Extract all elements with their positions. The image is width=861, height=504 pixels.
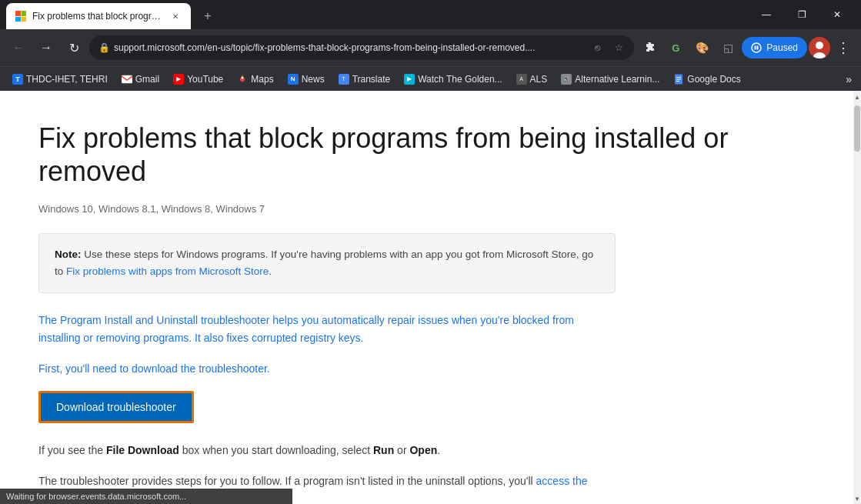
status-text: Waiting for browser.events.data.microsof… xyxy=(6,492,186,501)
paragraph3: If you see the File Download box when yo… xyxy=(38,442,616,460)
svg-rect-6 xyxy=(676,77,681,78)
para3-end: . xyxy=(437,444,440,456)
bookmarks-bar: T THDC-IHET, TEHRI Gmail ▶ YouTube Maps … xyxy=(0,66,861,91)
tab-favicon xyxy=(15,11,26,22)
page-title: Fix problems that block programs from be… xyxy=(38,122,815,188)
scroll-down-button[interactable]: ▼ xyxy=(853,494,861,504)
bookmark-als-label: ALS xyxy=(530,74,548,85)
para2-highlighted: First, you'll need to download the troub… xyxy=(38,362,270,375)
window-controls: — ❐ ✕ xyxy=(749,0,855,29)
paused-button[interactable]: Paused xyxy=(742,37,807,58)
menu-button[interactable]: ⋮ xyxy=(832,36,855,59)
bookmark-youtube-label: YouTube xyxy=(187,74,223,85)
profile-avatar[interactable] xyxy=(809,37,830,58)
share-icon[interactable]: ⎋ xyxy=(588,38,606,57)
paused-label: Paused xyxy=(766,42,798,53)
bookmark-maps-label: Maps xyxy=(251,74,273,85)
page-content: Fix problems that block programs from be… xyxy=(0,91,853,504)
als-favicon: A xyxy=(516,74,527,85)
address-input[interactable] xyxy=(89,35,634,60)
scroll-up-button[interactable]: ▲ xyxy=(853,92,861,102)
bookmark-watch-label: Watch The Golden... xyxy=(418,74,502,85)
para3-bold2: Run xyxy=(373,444,394,456)
bookmark-translate[interactable]: T Translate xyxy=(332,71,397,88)
title-bar: Fix problems that block program... ✕ + —… xyxy=(0,0,861,29)
para3-mid: box when you start downloading, select xyxy=(179,444,373,456)
palette-button[interactable]: 🎨 xyxy=(689,35,714,60)
para1-highlighted: The Program Install and Uninstall troubl… xyxy=(38,314,574,345)
extensions-button[interactable] xyxy=(637,35,662,60)
maximize-button[interactable]: ❐ xyxy=(784,0,819,29)
download-troubleshooter-button[interactable]: Download troubleshooter xyxy=(38,391,194,423)
bookmark-als[interactable]: A ALS xyxy=(510,71,554,88)
bookmark-gmail-label: Gmail xyxy=(135,74,159,85)
close-button[interactable]: ✕ xyxy=(819,0,855,29)
svg-rect-2 xyxy=(757,46,759,50)
svg-point-4 xyxy=(242,76,244,78)
new-tab-button[interactable]: + xyxy=(197,5,219,27)
svg-rect-1 xyxy=(755,46,756,50)
gmail-favicon xyxy=(122,74,132,85)
svg-rect-7 xyxy=(676,78,681,79)
address-bar: ← → ↻ 🔒 ⎋ ☆ G 🎨 ◱ Paused ⋮ xyxy=(0,29,861,66)
para3-bold3: Open xyxy=(409,444,437,456)
watch-favicon: ▶ xyxy=(404,74,415,85)
scroll-thumb[interactable] xyxy=(854,105,860,152)
para3-or: or xyxy=(394,444,409,456)
status-bar: Waiting for browser.events.data.microsof… xyxy=(0,489,292,504)
alt-learning-favicon: 🔊 xyxy=(561,74,572,85)
address-action-icons: ⎋ ☆ xyxy=(588,38,628,57)
thdc-favicon: T xyxy=(12,74,23,85)
maps-favicon xyxy=(237,74,248,85)
bookmark-news-label: News xyxy=(302,74,325,85)
para3-start: If you see the xyxy=(38,444,106,456)
reload-button[interactable]: ↻ xyxy=(62,35,86,60)
bookmark-news[interactable]: N News xyxy=(282,71,331,88)
bookmark-google-docs-label: Google Docs xyxy=(687,74,740,85)
note-bold: Note: xyxy=(55,249,82,260)
bookmark-gmail[interactable]: Gmail xyxy=(115,71,165,88)
bookmark-translate-label: Translate xyxy=(352,74,391,85)
note-link[interactable]: Fix problems with apps from Microsoft St… xyxy=(66,265,269,277)
lock-icon: 🔒 xyxy=(98,42,110,53)
minimize-button[interactable]: — xyxy=(749,0,784,29)
forward-button[interactable]: → xyxy=(34,35,58,60)
note-end: . xyxy=(269,265,272,277)
bookmark-watch[interactable]: ▶ Watch The Golden... xyxy=(398,71,508,88)
back-button[interactable]: ← xyxy=(6,35,31,60)
google-docs-favicon xyxy=(673,74,684,85)
grammarly-button[interactable]: G xyxy=(663,35,688,60)
svg-rect-3 xyxy=(122,75,132,83)
address-wrapper: 🔒 ⎋ ☆ xyxy=(89,35,634,60)
para3-bold1: File Download xyxy=(106,444,179,456)
scrollbar[interactable]: ▲ ▼ xyxy=(853,91,861,504)
screenshare-button[interactable]: ◱ xyxy=(716,35,740,60)
browser-tab[interactable]: Fix problems that block program... ✕ xyxy=(6,3,191,29)
svg-point-0 xyxy=(752,43,761,52)
news-favicon: N xyxy=(288,74,299,85)
bookmark-google-docs[interactable]: Google Docs xyxy=(667,71,746,88)
bookmarks-overflow-button[interactable]: » xyxy=(843,70,855,88)
paragraph1: The Program Install and Uninstall troubl… xyxy=(38,312,616,349)
bookmark-maps[interactable]: Maps xyxy=(231,71,279,88)
svg-rect-8 xyxy=(676,81,679,82)
bookmark-star-icon[interactable]: ☆ xyxy=(609,38,628,57)
bookmark-alt-learning[interactable]: 🔊 Alternative Learnin... xyxy=(555,71,666,88)
toolbar-icons: G 🎨 ◱ Paused ⋮ xyxy=(637,35,855,60)
tab-title: Fix problems that block program... xyxy=(32,11,163,22)
page-wrapper: Fix problems that block programs from be… xyxy=(0,91,861,504)
page-subtitle: Windows 10, Windows 8.1, Windows 8, Wind… xyxy=(38,203,815,215)
bookmark-thdc[interactable]: T THDC-IHET, TEHRI xyxy=(6,71,114,88)
translate-favicon: T xyxy=(339,74,349,85)
note-box: Note: Use these steps for Windows progra… xyxy=(38,233,616,292)
bookmark-youtube[interactable]: ▶ YouTube xyxy=(167,71,229,88)
bookmark-alt-learning-label: Alternative Learnin... xyxy=(575,74,659,85)
paragraph2: First, you'll need to download the troub… xyxy=(38,360,616,379)
tab-close-button[interactable]: ✕ xyxy=(169,10,182,22)
bookmark-thdc-label: THDC-IHET, TEHRI xyxy=(26,74,108,85)
youtube-favicon: ▶ xyxy=(173,74,184,85)
